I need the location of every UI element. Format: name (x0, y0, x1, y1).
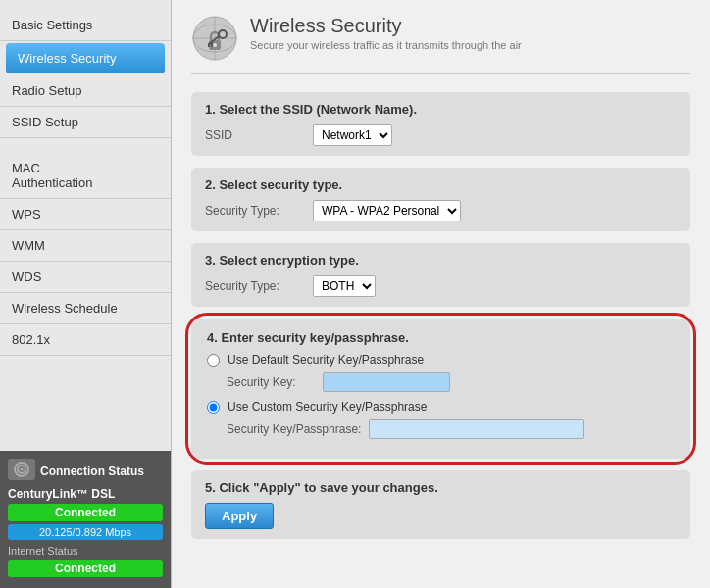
security-type-select[interactable]: WPA - WPA2 Personal WPA2 Personal WPA Pe… (313, 200, 461, 221)
sidebar-item-wireless-security[interactable]: Wireless Security (6, 43, 165, 74)
security-key-input-1[interactable] (323, 372, 450, 392)
sidebar-item-wireless-schedule[interactable]: Wireless Schedule (0, 293, 171, 324)
section-ssid: 1. Select the SSID (Network Name). SSID … (191, 92, 690, 156)
page-subtitle: Secure your wireless traffic as it trans… (250, 39, 522, 51)
isp-name: CenturyLink™ DSL (8, 487, 163, 501)
sidebar-item-wds[interactable]: WDS (0, 262, 171, 293)
ssid-select[interactable]: Network1 Network2 (313, 124, 392, 146)
section-4-title: 4. Enter security key/passphrase. (207, 330, 675, 345)
ssid-label: SSID (205, 128, 303, 142)
custom-key-radio[interactable] (207, 401, 220, 414)
svg-point-3 (21, 468, 24, 471)
sidebar-item-ssid-setup[interactable]: SSID Setup (0, 107, 171, 138)
encryption-label: Security Type: (205, 279, 303, 293)
section-security-key: 4. Enter security key/passphrase. Use De… (191, 318, 690, 459)
status-badge-connected-1: Connected (8, 504, 163, 521)
sidebar-item-radio-setup[interactable]: Radio Setup (0, 75, 171, 107)
custom-key-label: Use Custom Security Key/Passphrase (228, 400, 427, 414)
section-1-title: 1. Select the SSID (Network Name). (205, 102, 677, 117)
security-key-input-2[interactable] (369, 419, 584, 439)
conn-icon (8, 459, 35, 483)
connection-status-title: Connection Status (8, 459, 163, 483)
default-key-label: Use Default Security Key/Passphrase (228, 353, 424, 367)
main-content: Wireless Security Secure your wireless t… (172, 0, 710, 588)
section-3-title: 3. Select encryption type. (205, 253, 677, 268)
page-icon (191, 15, 238, 62)
section-encryption-type: 3. Select encryption type. Security Type… (191, 243, 690, 307)
status-badge-connected-2: Connected (8, 560, 163, 577)
sidebar-item-wps[interactable]: WPS (0, 199, 171, 230)
sidebar-item-wmm[interactable]: WMM (0, 230, 171, 262)
section-apply: 5. Click "Apply" to save your changes. A… (191, 470, 690, 539)
sidebar-item-8021x[interactable]: 802.1x (0, 324, 171, 356)
default-key-radio[interactable] (207, 354, 220, 367)
sidebar: Basic Settings Wireless Security Radio S… (0, 0, 172, 588)
apply-button[interactable]: Apply (205, 503, 274, 529)
internet-status-label: Internet Status (8, 545, 163, 557)
svg-point-9 (213, 43, 217, 47)
page-header: Wireless Security Secure your wireless t… (191, 15, 690, 74)
connection-status-panel: Connection Status CenturyLink™ DSL Conne… (0, 451, 171, 588)
sidebar-item-mac-auth[interactable]: MAC Authentication (0, 138, 171, 199)
sidebar-item-basic-settings[interactable]: Basic Settings (0, 10, 171, 41)
speed-badge: 20.125/0.892 Mbps (8, 524, 163, 540)
security-key-label-1: Security Key: (227, 375, 315, 389)
security-key-label-2: Security Key/Passphrase: (227, 422, 361, 436)
section-security-type: 2. Select security type. Security Type: … (191, 168, 690, 231)
encryption-select[interactable]: BOTH AES TKIP (313, 275, 376, 297)
section-2-title: 2. Select security type. (205, 177, 677, 192)
page-title: Wireless Security (250, 15, 522, 37)
section-5-title: 5. Click "Apply" to save your changes. (205, 480, 677, 495)
security-type-label: Security Type: (205, 204, 303, 218)
